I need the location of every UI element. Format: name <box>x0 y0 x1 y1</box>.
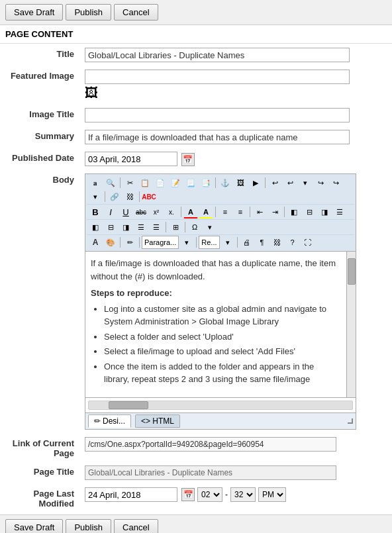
publish-button-bottom[interactable]: Publish <box>66 519 111 533</box>
rte-btn-align-left[interactable]: ◧ <box>287 205 301 218</box>
rte-design-tab-label: Desi... <box>103 416 125 426</box>
rte-btn-omega[interactable]: Ω <box>187 220 202 234</box>
rte-btn-align-justify[interactable]: ☰ <box>332 205 347 218</box>
page-title-input <box>85 465 336 480</box>
rte-btn-link2[interactable]: ⛓ <box>270 236 285 249</box>
rte-horizontal-scrollbar[interactable] <box>88 401 353 410</box>
last-modified-date-input[interactable] <box>85 487 177 502</box>
rte-btn-align2-right[interactable]: ◨ <box>119 220 133 234</box>
rte-vertical-scrollbar[interactable] <box>346 252 356 397</box>
rte-btn-align2-left[interactable]: ◧ <box>88 220 103 234</box>
rte-btn-redo2[interactable]: ↪ <box>328 176 343 189</box>
summary-input[interactable] <box>85 130 350 144</box>
rte-btn-dropdown-style[interactable]: ▾ <box>220 236 235 249</box>
save-draft-button-top[interactable]: Save Draft <box>5 4 63 21</box>
image-title-field <box>79 104 392 126</box>
rte-btn-undo2[interactable]: ↩ <box>283 176 297 189</box>
rte-btn-print[interactable]: 🖨 <box>240 236 254 249</box>
publish-button-top[interactable]: Publish <box>66 4 111 21</box>
rte-btn-outdent[interactable]: ⇤ <box>252 205 267 218</box>
rte-sep6 <box>181 207 181 217</box>
title-input[interactable] <box>85 48 350 62</box>
rte-design-tab[interactable]: ✏ Desi... <box>88 414 131 428</box>
rte-btn-undo[interactable]: ↩ <box>268 176 282 189</box>
rte-btn-strikethrough[interactable]: abc <box>134 205 148 218</box>
rte-btn-dropdown-redo[interactable]: ▾ <box>88 190 103 203</box>
title-row: Title <box>0 44 392 66</box>
rte-btn-ol[interactable]: ≡ <box>218 205 232 218</box>
featured-image-input[interactable] <box>85 70 350 84</box>
last-modified-calendar-icon[interactable]: 📅 <box>181 488 195 501</box>
rte-btn-copy[interactable]: 📋 <box>138 176 152 189</box>
rte-btn-align2-5[interactable]: ☰ <box>149 220 164 234</box>
rte-sep4 <box>105 191 105 202</box>
last-modified-minute-select[interactable]: 32 <box>230 487 256 502</box>
calendar-icon[interactable]: 📅 <box>181 153 195 166</box>
rte-btn-dropdown-undo[interactable]: ▾ <box>298 176 313 189</box>
rte-btn-omega-dropdown[interactable]: ▾ <box>203 220 217 234</box>
rte-btn-bold[interactable]: B <box>88 205 103 218</box>
rte-btn-align-right[interactable]: ◨ <box>317 205 332 218</box>
published-date-input[interactable] <box>85 152 177 166</box>
rte-btn-font-color[interactable]: A <box>183 205 198 218</box>
rte-html-tab-label: <> HTML <box>141 416 174 426</box>
last-modified-ampm-select[interactable]: PM <box>258 487 286 502</box>
save-draft-button-bottom[interactable]: Save Draft <box>5 519 63 533</box>
page-title-row: Page Title <box>0 461 392 483</box>
rte-btn-media[interactable]: ▶ <box>248 176 263 189</box>
cancel-button-top[interactable]: Cancel <box>114 4 158 21</box>
rte-btn-align2-center[interactable]: ⊟ <box>103 220 118 234</box>
published-date-field: 📅 <box>79 148 392 170</box>
rte-btn-fullscreen[interactable]: ⛶ <box>301 236 315 249</box>
rte-btn-table[interactable]: ⊞ <box>168 220 183 234</box>
rte-style-dropdown[interactable]: Re... <box>199 236 219 249</box>
rte-html-tab[interactable]: <> HTML <box>135 414 180 428</box>
time-separator: - <box>225 490 228 499</box>
rte-resize-handle[interactable] <box>348 418 353 424</box>
rich-text-editor: 𝐚 🔍 ✂ 📋 📄 📝 📃 📑 ⚓ 🖼 ▶ <box>85 173 356 430</box>
rte-step-4: Once the item is added to the folder and… <box>104 360 341 386</box>
rte-btn-cut[interactable]: ✂ <box>122 176 137 189</box>
rte-btn-anchor[interactable]: ⚓ <box>218 176 232 189</box>
rte-content-editable[interactable]: If a file/image is downloaded that has a… <box>85 252 346 397</box>
rte-btn-image2[interactable]: 🖼 <box>233 176 248 189</box>
rte-btn-unlink[interactable]: ⛓ <box>122 190 137 203</box>
rte-btn-italic[interactable]: I <box>103 205 118 218</box>
body-label: Body <box>0 170 79 433</box>
rte-btn-find[interactable]: 🔍 <box>103 176 118 189</box>
last-modified-hour-select[interactable]: 02 <box>197 487 222 502</box>
rte-paragraph-dropdown[interactable]: Paragra... <box>142 236 179 249</box>
rte-btn-align-center[interactable]: ⊟ <box>302 205 317 218</box>
rte-step-2: Select a folder and select 'Upload' <box>104 330 341 344</box>
rte-btn-font[interactable]: 𝐚 <box>88 176 103 189</box>
rte-btn-pilcrow[interactable]: ¶ <box>255 236 270 249</box>
rte-btn-underline[interactable]: U <box>119 205 133 218</box>
rte-btn-indent[interactable]: ⇥ <box>268 205 282 218</box>
rte-btn-font-name[interactable]: A <box>88 236 103 249</box>
rte-btn-dropdown-para[interactable]: ▾ <box>179 236 194 249</box>
rte-btn-superscript[interactable]: x² <box>149 205 164 218</box>
rte-btn-highlight[interactable]: A <box>199 205 213 218</box>
cancel-button-bottom[interactable]: Cancel <box>114 519 158 533</box>
rte-btn-spell[interactable]: ABC <box>142 190 156 203</box>
rte-btn-help[interactable]: ? <box>285 236 300 249</box>
rte-vscroll-thumb[interactable] <box>348 258 356 285</box>
rte-btn-redo[interactable]: ↪ <box>313 176 328 189</box>
rte-btn-pencil[interactable]: ✏ <box>122 236 137 249</box>
rte-btn-link[interactable]: 🔗 <box>107 190 122 203</box>
rte-btn-ul[interactable]: ≡ <box>233 205 248 218</box>
rte-btn-align2-justify[interactable]: ☰ <box>134 220 148 234</box>
rte-btn-dropper[interactable]: 🎨 <box>103 236 118 249</box>
rte-btn-subscript[interactable]: x. <box>164 205 179 218</box>
summary-row: Summary <box>0 126 392 148</box>
rte-toolbar: 𝐚 🔍 ✂ 📋 📄 📝 📃 📑 ⚓ 🖼 ▶ <box>85 174 356 252</box>
rte-hscroll-thumb[interactable] <box>109 401 148 409</box>
link-input[interactable] <box>85 437 336 452</box>
rte-btn-paste2[interactable]: 📝 <box>168 176 183 189</box>
title-label: Title <box>0 44 79 66</box>
rte-btn-paste[interactable]: 📄 <box>153 176 168 189</box>
rte-btn-paste4[interactable]: 📑 <box>199 176 213 189</box>
rte-btn-paste3[interactable]: 📃 <box>183 176 198 189</box>
image-title-input[interactable] <box>85 108 350 122</box>
published-date-row: Published Date 📅 <box>0 148 392 170</box>
